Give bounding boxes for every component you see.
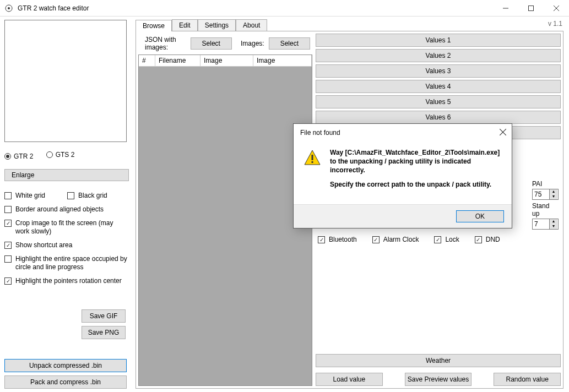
radio-gts2[interactable]: GTS 2 xyxy=(46,151,75,159)
window-title: GTR 2 watch face editor xyxy=(18,4,493,12)
tab-edit[interactable]: Edit xyxy=(172,19,198,31)
checkbox-bluetooth[interactable] xyxy=(318,236,325,243)
load-value-button[interactable]: Load value xyxy=(316,373,383,386)
close-button[interactable] xyxy=(544,0,569,17)
save-preview-button[interactable]: Save Preview values xyxy=(405,373,472,386)
select-json-button[interactable]: Select xyxy=(191,37,232,50)
values-1-button[interactable]: Values 1 xyxy=(316,34,561,47)
checkbox-lock[interactable] xyxy=(434,236,441,243)
checkbox-shortcut[interactable] xyxy=(4,242,12,249)
dialog-ok-button[interactable]: OK xyxy=(456,210,504,222)
pai-up[interactable]: ▲ xyxy=(550,189,557,194)
checkbox-black-grid[interactable] xyxy=(67,192,74,199)
select-images-button[interactable]: Select xyxy=(269,37,310,50)
minimize-button[interactable] xyxy=(493,0,518,17)
radio-dot-icon xyxy=(46,151,53,158)
error-dialog: File not found Way [C:\AmazFit_Watchface… xyxy=(293,123,512,228)
values-3-button[interactable]: Values 3 xyxy=(316,64,561,78)
svg-rect-3 xyxy=(529,6,534,10)
pai-input[interactable] xyxy=(533,189,549,199)
left-panel: GTR 2 GTS 2 Enlarge White grid Black gri… xyxy=(0,17,132,392)
file-table[interactable]: # Filename Image Image xyxy=(138,55,312,386)
pai-down[interactable]: ▼ xyxy=(550,194,557,199)
radio-dot-icon xyxy=(4,153,11,160)
browse-left: JSON with images: Select Images: Select … xyxy=(138,34,312,386)
dialog-title: File not found xyxy=(300,129,500,137)
random-value-button[interactable]: Random value xyxy=(494,373,561,386)
dialog-message-2: Specify the correct path to the unpack /… xyxy=(330,180,502,189)
col-image-1[interactable]: Image xyxy=(200,55,253,67)
standup-input[interactable] xyxy=(533,219,549,229)
maximize-button[interactable] xyxy=(518,0,544,17)
tab-settings[interactable]: Settings xyxy=(198,19,236,31)
dialog-close-button[interactable] xyxy=(500,128,506,137)
window-titlebar: GTR 2 watch face editor xyxy=(0,0,569,17)
weather-button[interactable]: Weather xyxy=(316,354,561,367)
svg-rect-9 xyxy=(312,155,313,160)
checkbox-alarm[interactable] xyxy=(372,236,380,243)
checkbox-highlight-center[interactable] xyxy=(4,277,12,285)
values-2-button[interactable]: Values 2 xyxy=(316,49,561,62)
col-num[interactable]: # xyxy=(139,55,155,67)
preview-canvas xyxy=(4,20,127,142)
warning-icon xyxy=(304,149,321,167)
close-icon xyxy=(500,129,506,135)
svg-rect-10 xyxy=(312,161,313,163)
maximize-icon xyxy=(528,6,534,11)
json-label: JSON with images: xyxy=(145,36,186,51)
pack-button[interactable]: Pack and compress .bin xyxy=(4,375,127,389)
app-icon xyxy=(4,4,13,13)
checkbox-highlight-space[interactable] xyxy=(4,255,12,263)
svg-point-1 xyxy=(8,7,10,9)
unpack-button[interactable]: Unpack compressed .bin xyxy=(4,359,127,372)
close-icon xyxy=(554,6,559,11)
tab-browse[interactable]: Browse xyxy=(136,20,172,31)
images-label: Images: xyxy=(241,40,264,47)
table-header: # Filename Image Image xyxy=(139,55,312,67)
version-label: v 1.1 xyxy=(548,20,562,28)
tab-strip: Browse Edit Settings About xyxy=(136,19,563,31)
save-gif-button[interactable]: Save GIF xyxy=(82,309,126,323)
dialog-message-1: Way [C:\AmazFit_Watchface_Editor_2\Tools… xyxy=(330,148,502,175)
checkbox-white-grid[interactable] xyxy=(4,192,12,199)
col-filename[interactable]: Filename xyxy=(155,55,200,67)
tab-about[interactable]: About xyxy=(236,19,267,31)
values-6-button[interactable]: Values 6 xyxy=(316,111,561,124)
checkbox-border[interactable] xyxy=(4,206,12,213)
standup-down[interactable]: ▼ xyxy=(550,224,557,229)
standup-up[interactable]: ▲ xyxy=(550,219,557,224)
checkbox-crop[interactable] xyxy=(4,220,12,227)
enlarge-button[interactable]: Enlarge xyxy=(4,169,129,181)
radio-gtr2[interactable]: GTR 2 xyxy=(4,153,33,160)
col-image-2[interactable]: Image xyxy=(253,55,312,67)
values-4-button[interactable]: Values 4 xyxy=(316,80,561,93)
pai-field: PAI ▲▼ xyxy=(532,180,559,200)
standup-field: Stand up ▲▼ xyxy=(532,202,559,230)
checkbox-dnd[interactable] xyxy=(475,236,482,243)
save-png-button[interactable]: Save PNG xyxy=(82,326,126,339)
minimize-icon xyxy=(503,6,508,11)
values-5-button[interactable]: Values 5 xyxy=(316,95,561,108)
